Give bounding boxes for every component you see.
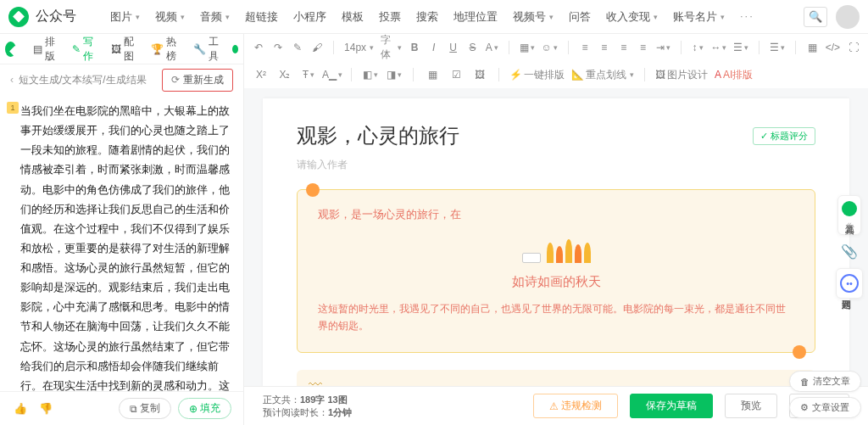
attach-icon[interactable]: 📎	[841, 243, 858, 260]
decoration-dot-icon	[306, 183, 320, 197]
image-design-button[interactable]: 🖼图片设计	[655, 68, 708, 82]
thumbs-up-icon[interactable]: 👍	[12, 400, 29, 417]
toolbar-row-1: ↶ ↷ ✎ 🖌 14px 字体 B I U S A ▦ ☺ ≡ ≡ ≡ ≡ ⇥ …	[244, 34, 868, 61]
indent-icon[interactable]: ⇥	[656, 39, 670, 56]
text-color-icon[interactable]: A	[486, 39, 498, 56]
document-stats: 正文共：189字 13图 预计阅读时长：1分钟	[263, 394, 352, 418]
menu-miniapp[interactable]: 小程序	[293, 9, 326, 25]
font-size-select[interactable]: 14px	[344, 42, 374, 53]
main-editor-area: 观影，心灵的旅行 ✓标题评分 请输入作者 观影，是一场心灵的旅行，在 如诗如画的…	[244, 88, 868, 425]
margin-icon[interactable]: ☰	[733, 39, 748, 56]
image2-icon[interactable]: 🖼	[471, 66, 488, 83]
line-height-icon[interactable]: ↕	[692, 39, 704, 56]
clear-format-icon[interactable]: Ŧ	[300, 66, 317, 83]
emoji-icon[interactable]: ☺	[542, 39, 558, 56]
tab-layout[interactable]: ▤排版	[26, 31, 63, 67]
menu-video[interactable]: 视频	[155, 9, 185, 25]
back-icon[interactable]: ‹	[10, 74, 14, 86]
checkbox-icon[interactable]: ☑	[448, 66, 465, 83]
code-icon[interactable]: </>	[826, 39, 840, 56]
generated-content: 1 当我们坐在电影院的黑暗中，大银幕上的故事开始缓缓展开，我们的心灵也随之踏上了…	[0, 95, 243, 391]
redo-icon[interactable]: ↷	[272, 39, 285, 56]
card1-title: 如诗如画的秋天	[318, 274, 794, 290]
save-draft-button[interactable]: 保存为草稿	[630, 394, 713, 418]
highlight-lines-button[interactable]: 📐重点划线	[571, 68, 634, 82]
toolbox-button[interactable]: 工具箱 «	[837, 195, 861, 235]
list-icon[interactable]: ☰	[770, 39, 785, 56]
highlight-color-icon[interactable]: A▁	[324, 66, 341, 83]
eyedropper-icon[interactable]: ✎	[292, 39, 304, 56]
compliance-check-button[interactable]: ⚠违规检测	[533, 394, 618, 418]
content-card-1: 观影，是一场心灵的旅行，在 如诗如画的秋天 这短暂的时光里，我遇见了不同的自己，…	[297, 189, 815, 353]
undo-icon[interactable]: ↶	[253, 39, 265, 56]
align-center-icon[interactable]: ≡	[598, 39, 610, 56]
card1-lead: 观影，是一场心灵的旅行，在	[318, 207, 794, 222]
menu-location[interactable]: 地理位置	[453, 9, 498, 25]
ai-layout-button[interactable]: AAI排版	[715, 68, 753, 82]
editor-column: 观影，心灵的旅行 ✓标题评分 请输入作者 观影，是一场心灵的旅行，在 如诗如画的…	[244, 88, 868, 425]
author-placeholder[interactable]: 请输入作者	[297, 158, 815, 172]
copy-button[interactable]: ⧉复制	[119, 398, 171, 419]
bg-color-icon[interactable]: ▦	[520, 39, 535, 56]
menu-audio[interactable]: 音频	[200, 9, 230, 25]
feedback-button[interactable]: •• 遇到问题	[836, 268, 863, 299]
tab-trending[interactable]: 🏆热榜	[144, 31, 183, 67]
menu-image[interactable]: 图片	[110, 9, 140, 25]
subscript-icon[interactable]: X₂	[276, 66, 293, 83]
result-badge: 1	[7, 102, 19, 114]
preview-button[interactable]: 预览	[725, 394, 777, 418]
menu-more[interactable]: ···	[740, 9, 754, 25]
truck-icon	[522, 253, 541, 263]
float-right-icon[interactable]: ◨	[386, 66, 403, 83]
fill-button[interactable]: ⊕填充	[178, 398, 231, 419]
card1-body: 这短暂的时光里，我遇见了不同的自己，也遇见了世界的无限可能。电影院的每一束光，都…	[318, 300, 794, 335]
tab-image[interactable]: 🖼配图	[104, 31, 141, 67]
format-painter-icon[interactable]: 🖌	[310, 39, 323, 56]
header-search-button[interactable]: 🔍	[804, 7, 827, 27]
table-icon[interactable]: ▦	[424, 66, 441, 83]
bold-icon[interactable]: B	[409, 39, 421, 56]
align-justify-icon[interactable]: ≡	[637, 39, 649, 56]
sidebar-tabs: ▤排版 ✎写作 🖼配图 🏆热榜 🔧工具	[0, 34, 243, 64]
tab-write[interactable]: ✎写作	[65, 31, 101, 67]
regenerate-button[interactable]: ⟳ 重新生成	[162, 69, 233, 92]
generated-text: 当我们坐在电影院的黑暗中，大银幕上的故事开始缓缓展开，我们的心灵也随之踏上了一段…	[20, 102, 230, 391]
document-title-row: 观影，心灵的旅行 ✓标题评分	[297, 122, 815, 149]
clear-article-button[interactable]: 🗑清空文章	[789, 371, 861, 392]
grid-icon[interactable]: ▦	[806, 39, 819, 56]
tab-tools[interactable]: 🔧工具	[186, 31, 225, 67]
title-score-button[interactable]: ✓标题评分	[753, 127, 815, 145]
menu-template[interactable]: 模板	[342, 9, 364, 25]
autumn-illustration	[318, 232, 794, 266]
italic-icon[interactable]: I	[427, 39, 440, 56]
menu-search[interactable]: 搜索	[416, 9, 438, 25]
document-title[interactable]: 观影，心灵的旅行	[297, 122, 459, 149]
refresh-icon: ⟳	[171, 74, 180, 86]
menu-channels[interactable]: 视频号	[513, 9, 554, 25]
menu-account-card[interactable]: 账号名片	[673, 9, 725, 25]
toolbox-icon	[842, 201, 857, 216]
document-paper[interactable]: 观影，心灵的旅行 ✓标题评分 请输入作者 观影，是一场心灵的旅行，在 如诗如画的…	[263, 98, 849, 425]
font-family-select[interactable]: 字体	[381, 33, 401, 62]
fullscreen-icon[interactable]: ⛶	[847, 39, 860, 56]
breadcrumb[interactable]: ‹ 短文生成/文本续写/生成结果	[10, 73, 147, 87]
align-right-icon[interactable]: ≡	[617, 39, 630, 56]
quick-layout-button[interactable]: ⚡一键排版	[509, 68, 565, 82]
align-left-icon[interactable]: ≡	[579, 39, 592, 56]
float-left-icon[interactable]: ◧	[362, 66, 379, 83]
article-settings-button[interactable]: ⚙文章设置	[789, 397, 861, 418]
menu-hyperlink[interactable]: 超链接	[245, 9, 278, 25]
letter-spacing-icon[interactable]: ↔	[710, 39, 726, 56]
decoration-dot-icon	[793, 345, 806, 359]
toolbar-row-2: X² X₂ Ŧ A▁ ◧ ◨ ▦ ☑ 🖼 ⚡一键排版 📐重点划线 🖼图片设计 A…	[244, 61, 868, 88]
underline-icon[interactable]: U	[447, 39, 459, 56]
menu-monetize[interactable]: 收入变现	[606, 9, 658, 25]
menu-qa[interactable]: 问答	[569, 9, 591, 25]
user-avatar[interactable]	[836, 5, 860, 29]
thumbs-down-icon[interactable]: 👎	[37, 400, 54, 417]
right-float-tools: 工具箱 « 📎 •• 遇到问题	[836, 195, 863, 299]
menu-vote[interactable]: 投票	[379, 9, 401, 25]
strike-icon[interactable]: S	[466, 39, 479, 56]
superscript-icon[interactable]: X²	[253, 66, 270, 83]
app-logo	[8, 7, 29, 27]
